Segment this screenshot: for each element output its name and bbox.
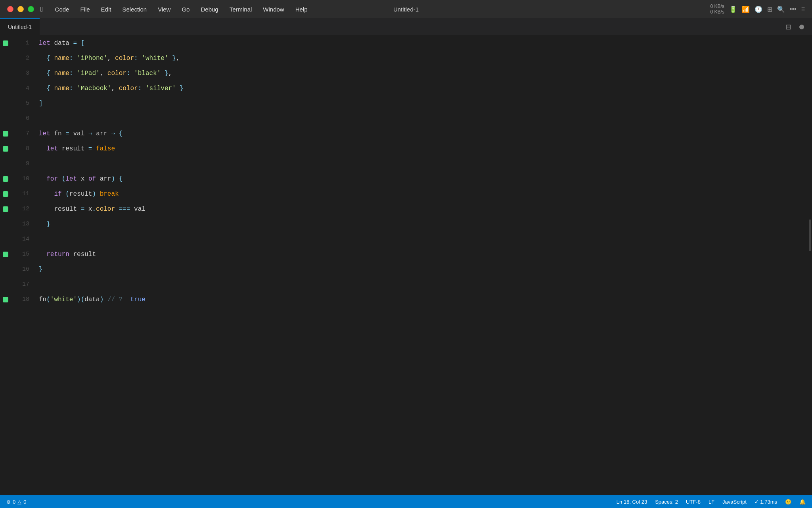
feedback-icon[interactable]: 🙂 — [785, 499, 791, 505]
split-editor-button[interactable]: ⊟ — [785, 23, 791, 31]
battery-icon: 🔋 — [729, 6, 737, 13]
code-line-15: return result — [39, 247, 808, 262]
ln-1: 1 — [11, 36, 29, 51]
error-count[interactable]: ⊗ 0 △ 0 — [6, 499, 26, 505]
bp-12[interactable] — [0, 202, 11, 217]
spotlight-icon[interactable]: 🔍 — [777, 6, 785, 13]
ln-6: 6 — [11, 111, 29, 126]
bp-7[interactable] — [0, 126, 11, 141]
titlebar:  Code File Edit Selection View Go Debug… — [0, 0, 812, 18]
statusbar-right: Ln 18, Col 23 Spaces: 2 UTF-8 LF JavaScr… — [617, 499, 806, 505]
bp-14[interactable] — [0, 232, 11, 247]
bp-16[interactable] — [0, 262, 11, 277]
code-line-17 — [39, 277, 808, 292]
menu-window[interactable]: Window — [257, 0, 289, 18]
bp-5[interactable] — [0, 96, 11, 111]
maximize-button[interactable] — [28, 6, 34, 12]
menu-view[interactable]: View — [152, 0, 176, 18]
ln-18: 18 — [11, 292, 29, 307]
network-up: 0 KB/s 0 KB/s — [710, 4, 724, 15]
code-line-18: fn('white')(data) // ? true — [39, 292, 808, 307]
tabbar: Untitled-1 ⊟ — [0, 18, 812, 36]
menu-debug[interactable]: Debug — [195, 0, 224, 18]
control-center-icon[interactable]: ⊞ — [767, 6, 772, 13]
code-line-5: ] — [39, 96, 808, 111]
indentation[interactable]: Spaces: 2 — [655, 499, 678, 505]
close-button[interactable] — [7, 6, 13, 12]
bp-13[interactable] — [0, 217, 11, 232]
ln-11: 11 — [11, 187, 29, 202]
list-icon[interactable]: ≡ — [801, 6, 805, 13]
code-line-14 — [39, 232, 808, 247]
tab-label: Untitled-1 — [8, 24, 32, 30]
ln-5: 5 — [11, 96, 29, 111]
notification-icon[interactable]: 🔔 — [799, 499, 806, 505]
statusbar: ⊗ 0 △ 0 Ln 18, Col 23 Spaces: 2 UTF-8 LF… — [0, 495, 812, 508]
code-line-10: for (let x of arr) { — [39, 171, 808, 187]
code-line-13: } — [39, 217, 808, 232]
code-line-2: { name: 'iPhone', color: 'white' }, — [39, 51, 808, 66]
code-line-6 — [39, 111, 808, 126]
apple-menu[interactable]:  — [34, 0, 50, 18]
menu-help[interactable]: Help — [290, 0, 313, 18]
line-number-gutter: 1 2 3 4 5 6 7 8 9 10 11 12 13 14 15 16 1… — [11, 36, 35, 495]
cursor-position[interactable]: Ln 18, Col 23 — [617, 499, 647, 505]
timing[interactable]: ✓ 1.73ms — [755, 499, 777, 505]
code-line-12: result = x.color === val — [39, 202, 808, 217]
bp-9[interactable] — [0, 156, 11, 171]
menu-edit[interactable]: Edit — [96, 0, 117, 18]
language-mode[interactable]: JavaScript — [722, 499, 747, 505]
ln-2: 2 — [11, 51, 29, 66]
tab-dot-indicator[interactable] — [799, 25, 804, 29]
window-controls — [0, 6, 34, 12]
menu-code[interactable]: Code — [50, 0, 75, 18]
code-line-8: let result = false — [39, 141, 808, 156]
encoding[interactable]: UTF-8 — [686, 499, 701, 505]
bp-8[interactable] — [0, 141, 11, 156]
bp-10[interactable] — [0, 171, 11, 187]
code-line-4: { name: 'Macbook', color: 'silver' } — [39, 81, 808, 96]
bp-1[interactable] — [0, 36, 11, 51]
bp-2[interactable] — [0, 51, 11, 66]
ln-16: 16 — [11, 262, 29, 277]
bp-11[interactable] — [0, 187, 11, 202]
ln-17: 17 — [11, 277, 29, 292]
menu-selection[interactable]: Selection — [117, 0, 152, 18]
ln-12: 12 — [11, 202, 29, 217]
ln-9: 9 — [11, 156, 29, 171]
bp-4[interactable] — [0, 81, 11, 96]
wifi-icon: 📶 — [742, 6, 750, 13]
code-area[interactable]: let data = [ { name: 'iPhone', color: 'w… — [35, 36, 808, 495]
menu-go[interactable]: Go — [176, 0, 195, 18]
breakpoint-gutter — [0, 36, 11, 495]
bp-17[interactable] — [0, 277, 11, 292]
code-line-1: let data = [ — [39, 36, 808, 51]
bp-15[interactable] — [0, 247, 11, 262]
ln-3: 3 — [11, 66, 29, 81]
scrollbar-thumb[interactable] — [809, 219, 811, 251]
scrollbar[interactable] — [808, 36, 812, 495]
bp-6[interactable] — [0, 111, 11, 126]
bp-18[interactable] — [0, 292, 11, 307]
statusbar-left: ⊗ 0 △ 0 — [6, 499, 26, 505]
ln-10: 10 — [11, 171, 29, 187]
ln-14: 14 — [11, 232, 29, 247]
warning-icon: △ — [17, 499, 21, 505]
ln-13: 13 — [11, 217, 29, 232]
eol[interactable]: LF — [709, 499, 714, 505]
error-icon: ⊗ — [6, 499, 11, 505]
minimize-button[interactable] — [17, 6, 24, 12]
code-line-11: if (result) break — [39, 187, 808, 202]
code-line-3: { name: 'iPad', color: 'black' }, — [39, 66, 808, 81]
editor: 1 2 3 4 5 6 7 8 9 10 11 12 13 14 15 16 1… — [0, 36, 812, 495]
menu-file[interactable]: File — [75, 0, 95, 18]
error-number: 0 — [13, 499, 15, 505]
more-icon[interactable]: ••• — [790, 6, 797, 13]
menu-bar:  Code File Edit Selection View Go Debug… — [34, 0, 710, 18]
menu-terminal[interactable]: Terminal — [224, 0, 258, 18]
active-tab[interactable]: Untitled-1 — [0, 18, 40, 36]
ln-4: 4 — [11, 81, 29, 96]
ln-8: 8 — [11, 141, 29, 156]
bp-3[interactable] — [0, 66, 11, 81]
status-right: 0 KB/s 0 KB/s 🔋 📶 🕐 ⊞ 🔍 ••• ≡ — [710, 4, 812, 15]
